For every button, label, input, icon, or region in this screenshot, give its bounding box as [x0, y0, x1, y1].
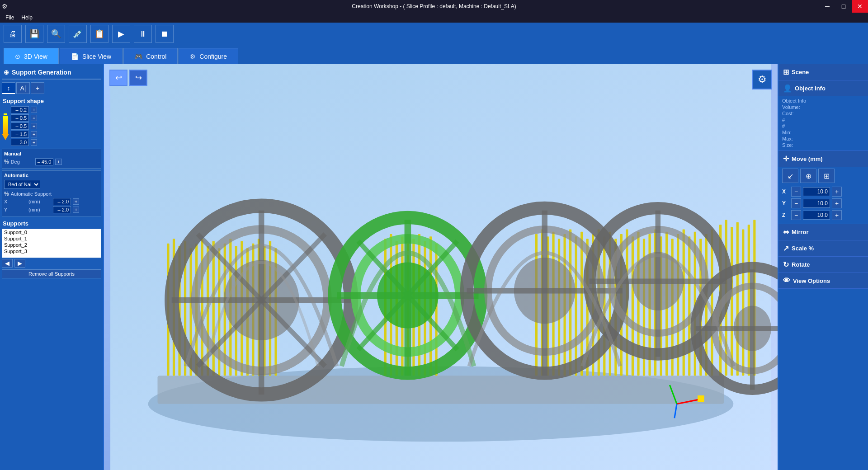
- svg-rect-67: [731, 227, 733, 376]
- scene-settings-btn[interactable]: ⚙: [752, 70, 772, 89]
- info-row-max: Max:: [782, 136, 864, 141]
- window-title: Creation Workshop - ( Slice Profile : de…: [352, 3, 516, 9]
- scale-icon: ↗: [783, 244, 789, 253]
- toolbar-inspect-btn[interactable]: 🔍: [47, 25, 65, 43]
- transform-btn-1[interactable]: ↙: [782, 169, 798, 183]
- restore-button[interactable]: □: [835, 0, 852, 13]
- scene-header[interactable]: ⊞ Scene: [778, 64, 868, 80]
- object-info-title: Object Info: [795, 85, 826, 92]
- tab-sliceview[interactable]: 📄 Slice View: [60, 48, 123, 64]
- support-tab-3[interactable]: +: [31, 82, 44, 94]
- settings-corner: ⚙: [752, 70, 772, 89]
- info-row-size: Size:: [782, 142, 864, 148]
- tab-control[interactable]: 🎮 Control: [123, 48, 178, 64]
- transform-btn-2[interactable]: ⊕: [800, 169, 816, 183]
- undo-btn[interactable]: ↩: [109, 70, 127, 86]
- shape-plus-2[interactable]: +: [31, 115, 37, 121]
- tab-configure[interactable]: ⚙ Configure: [179, 48, 238, 64]
- y-plus-btn[interactable]: +: [73, 207, 79, 213]
- tab-control-label: Control: [146, 53, 166, 60]
- y-axis-label: Y: [782, 200, 789, 207]
- rotate-header[interactable]: ↻ Rotate: [778, 257, 868, 273]
- scene-title: Scene: [792, 69, 809, 75]
- y-minus-btn[interactable]: −: [791, 198, 801, 208]
- transform-btn-3[interactable]: ⊞: [818, 169, 835, 183]
- deg-label: Deg: [11, 159, 33, 164]
- viewport[interactable]: ↩ ↪ ⚙: [104, 64, 778, 470]
- tab-3dview[interactable]: ⊙ 3D View: [4, 48, 59, 64]
- minimize-button[interactable]: ─: [819, 0, 835, 13]
- x-input[interactable]: [803, 187, 830, 196]
- x-unit: (mm): [28, 199, 51, 204]
- toolbar-play-btn[interactable]: ▶: [112, 25, 130, 43]
- move-icon: ✛: [783, 155, 789, 163]
- rotate-title: Rotate: [792, 261, 810, 268]
- remove-all-supports-btn[interactable]: Remove all Supports: [2, 269, 101, 278]
- view-options-header[interactable]: 👁 View Options: [778, 273, 868, 288]
- y-plus-move-btn[interactable]: +: [832, 198, 842, 208]
- toolbar-inject-btn[interactable]: 💉: [69, 25, 87, 43]
- move-header[interactable]: ✛ Move (mm): [778, 151, 868, 167]
- svg-rect-69: [742, 229, 744, 376]
- tab-configure-label: Configure: [199, 53, 227, 60]
- scale-section: ↗ Scale %: [778, 240, 868, 257]
- supports-list-section: Supports Support_0 Support_1 Support_2 S…: [2, 218, 101, 468]
- automatic-section: Automatic Bed of Nails Normal Light % Au…: [2, 170, 101, 216]
- toolbar-print-btn[interactable]: 🖨: [4, 25, 22, 43]
- toolbar-save-btn[interactable]: 💾: [25, 25, 43, 43]
- support-type-dropdown[interactable]: Bed of Nails Normal Light: [4, 180, 40, 189]
- tab-3dview-label: 3D View: [24, 53, 47, 60]
- list-item[interactable]: Support_0: [2, 229, 101, 235]
- shape-plus-1[interactable]: +: [31, 107, 37, 113]
- list-item[interactable]: Support_1: [2, 235, 101, 242]
- shape-plus-4[interactable]: +: [31, 131, 37, 137]
- redo-btn[interactable]: ↪: [129, 70, 147, 86]
- z-minus-btn[interactable]: −: [791, 210, 801, 220]
- shape-plus-3[interactable]: +: [31, 123, 37, 129]
- z-input[interactable]: [803, 211, 830, 220]
- svg-rect-60: [688, 236, 690, 376]
- close-button[interactable]: ✕: [852, 0, 868, 13]
- supports-listbox[interactable]: Support_0 Support_1 Support_2 Support_3: [2, 229, 101, 258]
- y-input[interactable]: [803, 199, 830, 208]
- scene-svg: [104, 64, 778, 470]
- y-unit: (mm): [28, 207, 51, 212]
- mirror-header[interactable]: ⇔ Mirror: [778, 224, 868, 240]
- x-label: X: [4, 199, 27, 204]
- menu-help[interactable]: Help: [18, 14, 36, 21]
- viewport-toolbar: ↩ ↪: [109, 70, 147, 86]
- object-info-header[interactable]: 👤 Object Info: [778, 80, 868, 96]
- list-item[interactable]: Support_2: [2, 242, 101, 248]
- move-section: ✛ Move (mm) ↙ ⊕ ⊞ X − + Y − +: [778, 151, 868, 224]
- gear-icon: ⚙: [758, 74, 767, 85]
- svg-rect-64: [711, 229, 713, 376]
- x-minus-btn[interactable]: −: [791, 187, 801, 197]
- object-info-body: Object Info Volume: Cost: # #: [778, 96, 868, 150]
- support-tab-2[interactable]: A|: [16, 82, 30, 94]
- support-tab-1[interactable]: ↕: [2, 82, 15, 94]
- mirror-title: Mirror: [792, 229, 809, 235]
- toolbar-layers-btn[interactable]: 📋: [90, 25, 108, 43]
- rotate-section: ↻ Rotate: [778, 257, 868, 273]
- z-plus-move-btn[interactable]: +: [832, 210, 842, 220]
- scale-header[interactable]: ↗ Scale %: [778, 240, 868, 256]
- toolbar-pause-btn[interactable]: ⏸: [134, 25, 152, 43]
- x-plus-move-btn[interactable]: +: [832, 187, 842, 197]
- support-gen-title: Support Generation: [12, 69, 71, 76]
- x-plus-btn[interactable]: +: [73, 198, 79, 205]
- info-row-volume: Volume:: [782, 104, 864, 110]
- svg-rect-104: [698, 395, 704, 402]
- list-item[interactable]: Support_3: [2, 248, 101, 254]
- shape-plus-5[interactable]: +: [31, 139, 37, 146]
- svg-rect-70: [748, 225, 750, 376]
- x-input-row: X − +: [782, 187, 864, 197]
- scene-section: ⊞ Scene: [778, 64, 868, 80]
- menu-file[interactable]: File: [2, 14, 18, 21]
- info-row-hash2: #: [782, 123, 864, 129]
- deg-plus-btn[interactable]: +: [55, 159, 61, 165]
- manual-section: Manual % Deg – 45.0 +: [2, 149, 101, 169]
- main-area: ⊕ Support Generation ↕ A| + Support shap…: [0, 64, 868, 470]
- toolbar-stop-btn[interactable]: ⏹: [156, 25, 174, 43]
- x-axis-label: X: [782, 188, 789, 195]
- shape-sliders: – 0.2 + – 0.5 + – 0.5 + – 1.5 + – 3.0: [11, 106, 101, 147]
